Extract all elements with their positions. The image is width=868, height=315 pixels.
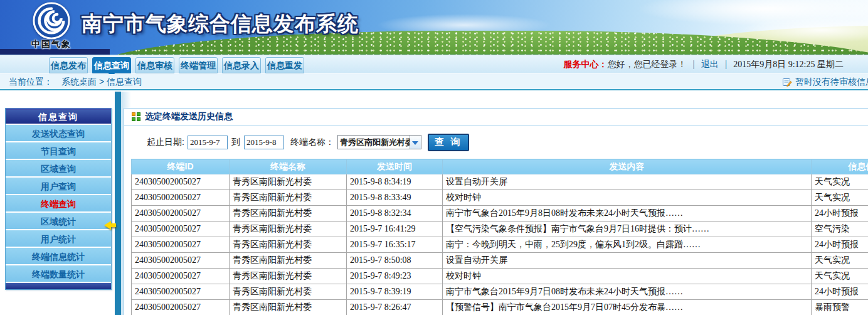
- sidebar-item[interactable]: 发送状态查询: [6, 125, 111, 142]
- table-row[interactable]: 240305002005027青秀区南阳新光村委2015-9-7 16:41:2…: [132, 222, 868, 237]
- separator: |: [725, 59, 728, 69]
- column-header: 终端ID: [132, 159, 230, 174]
- table-cell: 240305002005027: [132, 222, 230, 237]
- column-header: 信息位: [812, 159, 868, 174]
- page-title: 南宁市气象综合信息发布系统: [82, 10, 359, 38]
- sidebar-item[interactable]: 区域查询: [6, 160, 111, 178]
- table-cell: 南宁市气象台2015年9月8日08时发布未来24小时天气预报……: [443, 206, 812, 222]
- sidebar-item[interactable]: 节目查询: [6, 142, 111, 160]
- query-button[interactable]: 查 询: [428, 134, 469, 151]
- table-row[interactable]: 240305002005027青秀区南阳新光村委2015-9-7 8:50:08…: [132, 253, 868, 269]
- table-cell: 240305002005027: [132, 284, 230, 300]
- table-cell: 24小时预报: [812, 284, 868, 300]
- table-cell: 【空气污染气象条件预报】南宁市气象台9月7日16时提供：预计……: [443, 222, 812, 237]
- app-window: 中国气象 南宁市气象综合信息发布系统 信息发布信息查询信息审核终端管理信息录入信…: [0, 0, 868, 315]
- nav-tab[interactable]: 信息重发: [265, 57, 304, 73]
- table-cell: 青秀区南阳新光村委: [230, 284, 347, 300]
- table-cell: 2015-9-8 8:32:34: [347, 206, 443, 222]
- main-area: 信息查询 发送状态查询节目查询区域查询用户查询终端查询区域统计用户统计终端信息统…: [0, 92, 868, 315]
- sidebar-item[interactable]: 终端查询: [6, 195, 111, 213]
- table-cell: 240305002005027: [132, 300, 230, 315]
- grid-icon: [132, 112, 140, 121]
- main-nav: 信息发布信息查询信息审核终端管理信息录入信息重发 服务中心：您好，您已经登录！ …: [0, 55, 868, 74]
- table-cell: 2015-9-7 16:41:29: [347, 222, 443, 237]
- cloud-decoration: [640, 0, 868, 25]
- content-panel: 选定终端发送历史信息 起止日期: 到 终端名称： 青秀区南阳新光村委 查 询: [124, 108, 868, 315]
- table-cell: 240305002005027: [132, 253, 230, 269]
- table-cell: 天气实况: [812, 174, 868, 190]
- table-cell: 2015-9-7 8:50:08: [347, 253, 443, 269]
- table-cell: 青秀区南阳新光村委: [230, 190, 347, 206]
- chevron-down-icon[interactable]: [410, 136, 421, 149]
- nav-tab[interactable]: 信息录入: [222, 57, 261, 73]
- breadcrumb-label: 当前位置：: [9, 77, 53, 87]
- table-cell: 青秀区南阳新光村委: [230, 237, 347, 253]
- to-label: 到: [231, 137, 240, 148]
- table-row[interactable]: 240305002005027青秀区南阳新光村委2015-9-8 8:33:49…: [132, 190, 868, 206]
- breadcrumb-bar: 当前位置：系统桌面 > 信息查询 暂时没有待审核信息: [0, 74, 868, 90]
- table-cell: 24小时预报: [812, 237, 868, 253]
- sidebar: 信息查询 发送状态查询节目查询区域查询用户查询终端查询区域统计用户统计终端信息统…: [5, 108, 112, 290]
- table-cell: 24小时预报: [812, 206, 868, 222]
- table-cell: 2015-9-8 8:34:19: [347, 174, 443, 190]
- collapse-arrow-icon[interactable]: [104, 221, 117, 230]
- table-cell: 青秀区南阳新光村委: [230, 269, 347, 284]
- datetime-text: 2015年9月8日 9:12:25 星期二: [733, 60, 844, 69]
- terminal-select[interactable]: 青秀区南阳新光村委: [337, 135, 421, 149]
- nav-tab[interactable]: 信息审核: [135, 57, 174, 73]
- table-cell: 校对时钟: [443, 269, 812, 284]
- table-cell: 青秀区南阳新光村委: [230, 174, 347, 190]
- sidebar-items: 发送状态查询节目查询区域查询用户查询终端查询区域统计用户统计终端信息统计终端数量…: [6, 125, 111, 283]
- nav-tab[interactable]: 信息发布: [49, 57, 88, 73]
- sidebar-title: 信息查询: [6, 109, 111, 125]
- cma-logo: 中国气象: [23, 1, 80, 50]
- pending-review-text: 暂时没有待审核信息: [795, 77, 868, 87]
- table-row[interactable]: 240305002005027青秀区南阳新光村委2015-9-7 8:39:19…: [132, 284, 868, 300]
- greeting-text: 您好，您已经登录！: [607, 59, 686, 69]
- table-cell: 设置自动开关屏: [443, 253, 812, 269]
- breadcrumb-path[interactable]: 系统桌面 > 信息查询: [61, 77, 142, 87]
- table-cell: 暴雨预警: [812, 300, 868, 315]
- table-cell: 240305002005027: [132, 206, 230, 222]
- sidebar-item[interactable]: 区域统计: [6, 213, 111, 230]
- nav-tab[interactable]: 信息查询: [92, 57, 131, 73]
- table-row[interactable]: 240305002005027青秀区南阳新光村委2015-9-7 8:26:47…: [132, 300, 868, 315]
- table-cell: 青秀区南阳新光村委: [230, 206, 347, 222]
- separator: |: [692, 59, 695, 69]
- table-cell: 南宁市气象台2015年9月7日08时发布未来24小时天气预报……: [443, 284, 812, 300]
- table-row[interactable]: 240305002005027青秀区南阳新光村委2015-9-8 8:32:34…: [132, 206, 868, 222]
- table-cell: 天气实况: [812, 269, 868, 284]
- cma-spiral-icon: [32, 1, 71, 40]
- date-range-label: 起止日期:: [147, 137, 184, 148]
- table-cell: 240305002005027: [132, 269, 230, 284]
- table-cell: 校对时钟: [443, 190, 812, 206]
- logo-caption: 中国气象: [23, 39, 80, 50]
- table-cell: 240305002005027: [132, 237, 230, 253]
- table-cell: 空气污染: [812, 222, 868, 237]
- pending-review-note: 暂时没有待审核信息: [783, 77, 868, 88]
- table-cell: 2015-9-8 8:33:49: [347, 190, 443, 206]
- panel-header: 选定终端发送历史信息: [124, 109, 868, 125]
- table-row[interactable]: 240305002005027青秀区南阳新光村委2015-9-8 8:34:19…: [132, 174, 868, 190]
- table-cell: 天气实况: [812, 190, 868, 206]
- table-cell: 2015-9-7 8:39:19: [347, 284, 443, 300]
- date-to-input[interactable]: [244, 136, 284, 149]
- table-cell: 2015-9-7 8:49:23: [347, 269, 443, 284]
- table-cell: 天气实况: [812, 253, 868, 269]
- user-bar: 服务中心：您好，您已经登录！ | 退出 | 2015年9月8日 9:12:25 …: [563, 59, 844, 70]
- table-cell: 青秀区南阳新光村委: [230, 253, 347, 269]
- sidebar-item[interactable]: 用户查询: [6, 178, 111, 195]
- nav-tab[interactable]: 终端管理: [179, 57, 218, 73]
- logout-link[interactable]: 退出: [701, 59, 719, 69]
- sidebar-item[interactable]: 终端信息统计: [6, 248, 111, 265]
- table-cell: 2015-9-7 16:35:17: [347, 237, 443, 253]
- breadcrumb: 当前位置：系统桌面 > 信息查询: [9, 77, 142, 88]
- sidebar-item[interactable]: 终端数量统计: [6, 265, 111, 283]
- sidebar-item[interactable]: 用户统计: [6, 230, 111, 248]
- table-row[interactable]: 240305002005027青秀区南阳新光村委2015-9-7 8:49:23…: [132, 269, 868, 284]
- table-row[interactable]: 240305002005027青秀区南阳新光村委2015-9-7 16:35:1…: [132, 237, 868, 253]
- table-cell: 设置自动开关屏: [443, 174, 812, 190]
- date-from-input[interactable]: [188, 136, 228, 149]
- panel-title: 选定终端发送历史信息: [145, 111, 233, 122]
- nav-tabs: 信息发布信息查询信息审核终端管理信息录入信息重发: [49, 57, 304, 73]
